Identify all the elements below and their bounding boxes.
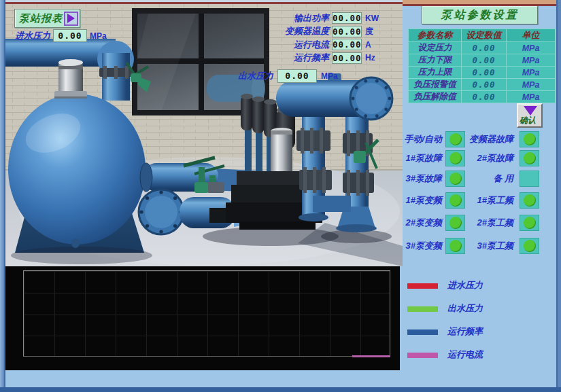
indicator-vfd-fault (520, 131, 539, 147)
indicator-label: 手动/自动 (403, 133, 442, 145)
reading-row-run-current: 运行电流 00.00 A (241, 38, 388, 51)
indicator-pump2-vfd (445, 215, 465, 231)
indicator-pump2-fault (520, 150, 539, 166)
indicator-pump1-fault (445, 150, 465, 166)
indicator-label: 3#泵变频 (403, 240, 442, 252)
frame-border-bottom (0, 387, 561, 392)
inlet-pressure-value: 0.00 (53, 29, 87, 42)
indicator-lamp (449, 133, 462, 145)
legend-label: 进水压力 (447, 279, 483, 291)
legend-label: 运行频率 (447, 325, 483, 338)
indicator-label: 3#泵工频 (465, 240, 513, 252)
report-button[interactable]: 泵站报表 (14, 9, 80, 28)
indicator-row-2: 1#泵故障 2#泵故障 (403, 150, 545, 166)
legend-swatch-blue (407, 329, 438, 335)
setting-unit: MPa (507, 42, 556, 54)
confirm-down-triangle-icon (524, 106, 537, 115)
indicator-lamp (524, 152, 536, 164)
reading-unit: 度 (365, 26, 388, 37)
setting-unit: MPa (507, 54, 556, 67)
settings-header-name: 参数名称 (409, 29, 462, 42)
indicator-row-1: 手动/自动 变频器故障 (403, 131, 545, 147)
reading-unit: A (365, 40, 388, 50)
reading-unit: Hz (365, 53, 388, 63)
legend-item-inlet-pressure: 进水压力 (407, 280, 483, 291)
indicator-lamp (449, 152, 462, 164)
report-button-label: 泵站报表 (19, 12, 64, 25)
reading-row-inverter-temp: 变频器温度 00.00 度 (241, 25, 388, 38)
indicator-label: 变频器故障 (465, 133, 513, 145)
indicator-pump1-vfd (445, 192, 465, 209)
settings-header-row: 参数名称 设定数值 单位 (409, 29, 556, 42)
reading-label: 输出功率 (241, 12, 329, 24)
indicator-row-5: 2#泵变频 2#泵工频 (403, 215, 545, 231)
pump-station-scene: 泵站报表 进水压力 0.00 MPa 输出功率 00.00 KW 变频器温度 0… (5, 4, 403, 266)
settings-row-set-pressure: 设定压力 0.00 MPa (409, 42, 556, 54)
trend-chart (5, 266, 400, 370)
settings-panel-title: 泵站参数设置 (422, 5, 538, 24)
reading-label: 运行电流 (241, 39, 329, 51)
reading-value: 00.00 (332, 52, 362, 64)
indicator-lamp (524, 133, 536, 145)
frame-border-left-inner (4, 0, 5, 392)
legend-label: 运行电流 (447, 349, 483, 361)
outlet-pressure-unit: MPa (321, 71, 338, 81)
indicator-lamp (449, 173, 462, 185)
indicator-lamp (449, 217, 462, 229)
indicator-lamp (524, 217, 536, 229)
reading-value: 00.00 (332, 39, 362, 50)
reading-label: 变频器温度 (241, 25, 329, 37)
legend-item-outlet-pressure: 出水压力 (407, 303, 483, 314)
legend-swatch-green (407, 306, 438, 312)
setting-value-input[interactable]: 0.00 (462, 42, 507, 54)
indicator-label: 备 用 (465, 173, 513, 185)
readings-block: 输出功率 00.00 KW 变频器温度 00.00 度 运行电流 00.00 A… (241, 12, 388, 65)
setting-name: 压力上限 (409, 67, 462, 79)
settings-header-unit: 单位 (507, 29, 556, 42)
indicator-lamp (449, 194, 462, 207)
settings-header-value: 设定数值 (462, 29, 507, 42)
setting-value-input[interactable]: 0.00 (462, 67, 507, 79)
indicator-label: 1#泵变频 (403, 194, 442, 207)
indicator-pump2-mains (520, 215, 539, 231)
settings-row-negative-alarm: 负压报警值 0.00 MPa (409, 79, 556, 91)
indicator-row-3: 3#泵故障 备 用 (403, 171, 545, 187)
run-current-zero-trace (352, 355, 390, 357)
setting-name: 压力下限 (409, 54, 462, 67)
setting-value-input[interactable]: 0.00 (462, 79, 507, 91)
outlet-pressure-row: 出水压力 0.00 MPa (238, 69, 338, 83)
indicator-pump3-fault (445, 171, 465, 187)
reading-label: 运行频率 (241, 52, 329, 64)
confirm-button[interactable]: 确认 (517, 103, 543, 128)
indicator-row-6: 3#泵变频 3#泵工频 (403, 238, 545, 254)
reading-value: 00.00 (332, 12, 362, 24)
setting-unit: MPa (507, 79, 556, 91)
indicator-label: 2#泵变频 (403, 217, 442, 229)
setting-unit: MPa (507, 67, 556, 79)
settings-row-negative-release: 负压解除值 0.00 MPa (409, 91, 556, 103)
indicator-label: 2#泵工频 (465, 217, 513, 229)
hmi-pump-station-screen: 泵站报表 进水压力 0.00 MPa 输出功率 00.00 KW 变频器温度 0… (0, 0, 561, 392)
reading-value: 00.00 (332, 26, 362, 37)
legend-item-run-current: 运行电流 (407, 349, 483, 360)
indicator-lamp (524, 240, 536, 252)
setting-value-input[interactable]: 0.00 (462, 54, 507, 67)
indicator-spare (520, 171, 539, 187)
panel-top-accent-line (403, 4, 556, 6)
play-triangle-icon (67, 14, 75, 23)
settings-row-pressure-high: 压力上限 0.00 MPa (409, 67, 556, 79)
confirm-button-label: 确认 (520, 115, 536, 126)
indicator-label: 1#泵故障 (403, 152, 442, 164)
indicator-pump1-mains (520, 192, 539, 209)
report-play-icon[interactable] (64, 12, 78, 26)
setting-value-input[interactable]: 0.00 (462, 91, 507, 103)
reading-row-output-power: 输出功率 00.00 KW (241, 12, 388, 24)
legend-swatch-red (407, 283, 438, 289)
inlet-pressure-row: 进水压力 0.00 MPa (15, 29, 107, 42)
setting-unit: MPa (507, 91, 556, 103)
indicator-label: 1#泵工频 (465, 194, 513, 207)
scene-top-accent (5, 2, 403, 4)
outlet-pressure-label: 出水压力 (238, 70, 273, 82)
indicator-manual-auto (445, 131, 465, 147)
inlet-pressure-unit: MPa (90, 31, 107, 41)
